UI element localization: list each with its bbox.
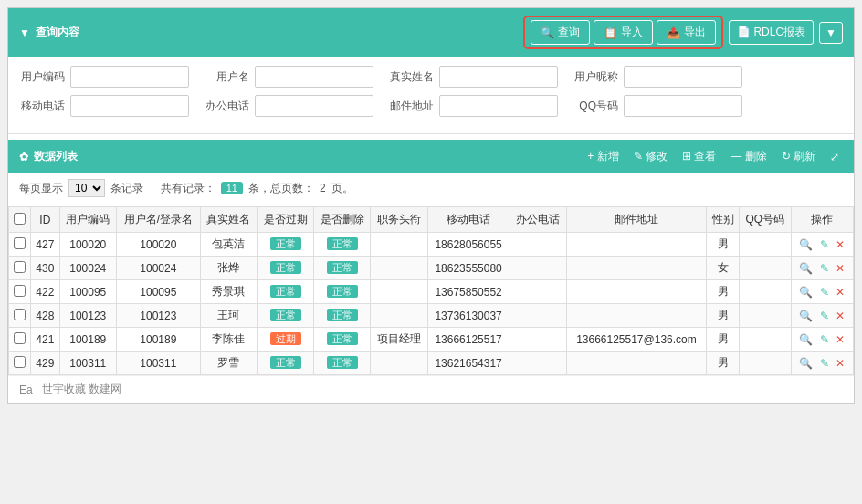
delete-action-icon[interactable]: ✕ <box>836 262 845 275</box>
view-action-icon[interactable]: 🔍 <box>799 262 813 275</box>
delete-button[interactable]: — 删除 <box>727 147 770 166</box>
row-code: 100189 <box>59 328 116 352</box>
row-checkbox[interactable] <box>9 233 31 257</box>
collapse-button[interactable]: ▼ <box>819 22 843 44</box>
row-position <box>371 233 427 257</box>
edit-button[interactable]: ✎ 修改 <box>630 147 671 166</box>
row-code: 100311 <box>59 352 116 375</box>
delete-action-icon[interactable]: ✕ <box>836 286 845 299</box>
row-checkbox[interactable] <box>9 257 31 280</box>
rdlc-button[interactable]: 📄 RDLC报表 <box>729 20 814 45</box>
row-select-checkbox[interactable] <box>14 356 26 368</box>
row-qq <box>740 233 791 257</box>
username-input[interactable] <box>255 66 373 88</box>
row-actions: 🔍 ✎ ✕ <box>791 280 853 304</box>
edit-action-icon[interactable]: ✎ <box>820 238 829 251</box>
edit-action-icon[interactable]: ✎ <box>820 310 829 322</box>
edit-action-icon[interactable]: ✎ <box>820 357 829 370</box>
export-button[interactable]: 📤 导出 <box>657 20 716 45</box>
row-actions: 🔍 ✎ ✕ <box>791 328 853 352</box>
view-action-icon[interactable]: 🔍 <box>799 286 813 299</box>
row-checkbox[interactable] <box>9 304 31 328</box>
refresh-button[interactable]: ↻ 刷新 <box>778 147 819 166</box>
row-qq <box>740 328 791 352</box>
row-real-name: 秀景琪 <box>200 280 257 304</box>
row-mobile: 13675850552 <box>427 280 510 304</box>
view-button[interactable]: ⊞ 查看 <box>678 147 720 166</box>
data-toolbar: + 新增 ✎ 修改 ⊞ 查看 — 删除 ↻ 刷新 ⤢ <box>583 147 843 166</box>
field-email: 邮件地址 <box>388 95 558 117</box>
delete-action-icon[interactable]: ✕ <box>836 238 845 251</box>
view-action-icon[interactable]: 🔍 <box>799 357 813 370</box>
row-username: 100024 <box>116 257 200 280</box>
nickname-input[interactable] <box>624 66 742 88</box>
qq-label: QQ号码 <box>573 99 618 114</box>
row-select-checkbox[interactable] <box>14 237 26 249</box>
row-qq <box>740 257 791 280</box>
row-deleted: 正常 <box>314 304 371 328</box>
delete-action-icon[interactable]: ✕ <box>836 357 845 370</box>
query-title-icon: ▼ <box>19 26 30 39</box>
delete-action-icon[interactable]: ✕ <box>836 333 845 346</box>
row-select-checkbox[interactable] <box>14 261 26 273</box>
row-office <box>510 257 566 280</box>
row-office <box>510 280 566 304</box>
deleted-badge: 正常 <box>327 261 358 274</box>
import-button[interactable]: 📋 导入 <box>594 20 653 45</box>
per-page-select[interactable]: 10 20 50 <box>68 179 105 197</box>
search-button[interactable]: 🔍 查询 <box>531 20 590 45</box>
row-checkbox[interactable] <box>9 328 31 352</box>
row-gender: 男 <box>707 352 740 375</box>
row-checkbox[interactable] <box>9 352 31 375</box>
footer-logo: 世宇收藏 数建网 <box>42 382 121 397</box>
view-action-icon[interactable]: 🔍 <box>799 333 813 346</box>
row-gender: 男 <box>707 233 740 257</box>
row-deleted: 正常 <box>314 352 371 375</box>
row-expired: 正常 <box>258 280 314 304</box>
table-row: 421 100189 100189 李陈佳 过期 正常 项目经理 1366612… <box>9 328 854 352</box>
row-id: 428 <box>31 304 60 328</box>
delete-action-icon[interactable]: ✕ <box>836 310 845 322</box>
office-phone-label: 办公电话 <box>204 99 249 114</box>
row-gender: 男 <box>707 304 740 328</box>
add-button[interactable]: + 新增 <box>583 147 622 166</box>
row-select-checkbox[interactable] <box>14 309 26 320</box>
row-actions: 🔍 ✎ ✕ <box>791 257 853 280</box>
edit-action-icon[interactable]: ✎ <box>820 286 829 299</box>
real-name-input[interactable] <box>439 66 558 88</box>
row-mobile: 13621654317 <box>427 352 510 375</box>
table-body: 427 100020 100020 包英洁 正常 正常 18628056055 … <box>9 233 854 375</box>
mobile-input[interactable] <box>70 95 189 117</box>
row-code: 100123 <box>59 304 116 328</box>
row-position: 项目经理 <box>371 328 427 352</box>
email-label: 邮件地址 <box>388 99 434 114</box>
th-mobile: 移动电话 <box>427 207 510 233</box>
edit-action-icon[interactable]: ✎ <box>820 333 829 346</box>
select-all-checkbox[interactable] <box>14 213 26 225</box>
view-action-icon[interactable]: 🔍 <box>799 238 813 251</box>
import-icon: 📋 <box>604 26 617 39</box>
footer-watermark: Ea <box>19 383 33 396</box>
per-page-label: 每页显示 <box>19 181 63 196</box>
field-real-name: 真实姓名 <box>388 66 558 88</box>
field-user-code: 用户编码 <box>19 66 189 88</box>
data-title-icon: ✿ <box>19 151 28 163</box>
field-nickname: 用户昵称 <box>573 66 742 88</box>
view-action-icon[interactable]: 🔍 <box>799 310 813 322</box>
expired-badge: 正常 <box>270 261 301 274</box>
row-select-checkbox[interactable] <box>14 285 26 297</box>
user-code-input[interactable] <box>70 66 189 88</box>
row-select-checkbox[interactable] <box>14 332 26 344</box>
fullscreen-button[interactable]: ⤢ <box>826 149 843 165</box>
email-input[interactable] <box>439 95 558 117</box>
user-code-label: 用户编码 <box>19 69 65 85</box>
edit-action-icon[interactable]: ✎ <box>820 262 829 275</box>
row-checkbox[interactable] <box>9 280 31 304</box>
row-mobile: 18628056055 <box>427 233 510 257</box>
table-row: 429 100311 100311 罗雪 正常 正常 13621654317 男… <box>9 352 854 375</box>
form-row-2: 移动电话 办公电话 邮件地址 QQ号码 <box>19 95 843 117</box>
th-select-all[interactable] <box>9 207 31 233</box>
office-phone-input[interactable] <box>255 95 373 117</box>
qq-input[interactable] <box>624 95 742 117</box>
deleted-badge: 正常 <box>327 356 358 369</box>
